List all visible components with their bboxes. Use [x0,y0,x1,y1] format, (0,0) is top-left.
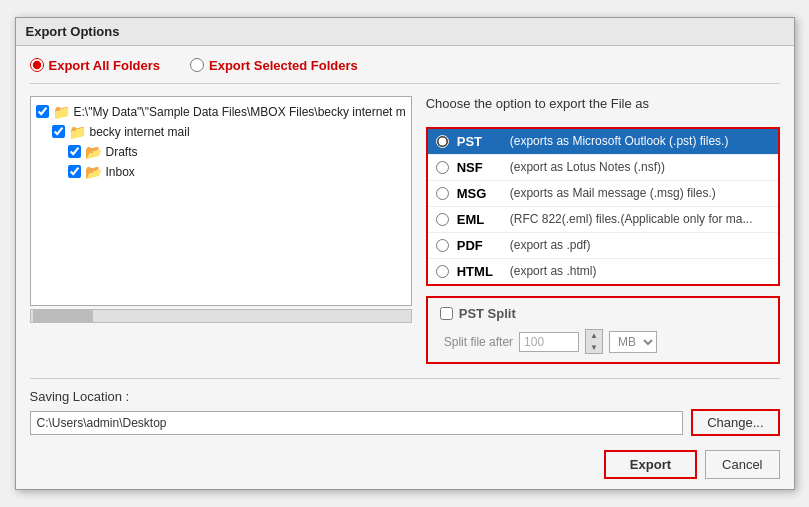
tree-root-checkbox[interactable] [36,105,49,118]
export-selected-radio[interactable] [190,58,204,72]
format-msg[interactable]: MSG (exports as Mail message (.msg) file… [428,181,778,207]
export-all-option[interactable]: Export All Folders [30,58,160,73]
export-mode-row: Export All Folders Export Selected Folde… [30,58,780,84]
pst-split-row: Split file after ▲ ▼ MB GB [440,329,766,354]
saving-row: Change... [30,409,780,436]
saving-location-label: Saving Location : [30,389,780,404]
format-pst-name: PST [457,134,502,149]
export-selected-label: Export Selected Folders [209,58,358,73]
format-list: PST (exports as Microsoft Outlook (.pst)… [426,127,780,286]
format-pst-radio[interactable] [436,135,449,148]
tree-child-1-label: becky internet mail [90,125,190,139]
format-pst-desc: (exports as Microsoft Outlook (.pst) fil… [510,134,729,148]
export-selected-option[interactable]: Export Selected Folders [190,58,358,73]
tree-child-1[interactable]: 📁 becky internet mail [52,122,406,142]
change-button[interactable]: Change... [691,409,779,436]
tree-child-1-1[interactable]: 📂 Drafts [68,142,406,162]
pst-split-box: PST Split Split file after ▲ ▼ MB GB [426,296,780,364]
split-value-input[interactable] [519,332,579,352]
format-nsf-desc: (export as Lotus Notes (.nsf)) [510,160,665,174]
right-panel: Choose the option to export the File as … [426,96,780,364]
format-pdf-name: PDF [457,238,502,253]
folder-drafts-icon: 📂 [85,144,102,160]
main-content: 📁 E:\"My Data"\"Sample Data Files\MBOX F… [30,96,780,364]
format-pdf-radio[interactable] [436,239,449,252]
format-eml-desc: (RFC 822(.eml) files.(Applicable only fo… [510,212,753,226]
folder-icon: 📁 [53,104,70,120]
export-options-dialog: Export Options Export All Folders Export… [15,17,795,490]
spin-up-button[interactable]: ▲ [586,330,602,342]
choose-format-label: Choose the option to export the File as [426,96,780,111]
format-html-desc: (export as .html) [510,264,597,278]
export-all-radio[interactable] [30,58,44,72]
tree-child-1-checkbox[interactable] [52,125,65,138]
format-msg-desc: (exports as Mail message (.msg) files.) [510,186,716,200]
format-msg-radio[interactable] [436,187,449,200]
format-pdf-desc: (export as .pdf) [510,238,591,252]
format-html[interactable]: HTML (export as .html) [428,259,778,284]
split-after-label: Split file after [444,335,513,349]
scroll-thumb [33,310,93,322]
format-html-radio[interactable] [436,265,449,278]
folder-child-icon: 📁 [69,124,86,140]
format-nsf-name: NSF [457,160,502,175]
tree-child-1-1-label: Drafts [106,145,138,159]
format-msg-name: MSG [457,186,502,201]
tree-root-item[interactable]: 📁 E:\"My Data"\"Sample Data Files\MBOX F… [36,102,406,122]
bottom-section: Saving Location : Change... Export Cance… [30,378,780,479]
saving-path-input[interactable] [30,411,684,435]
pst-split-header: PST Split [440,306,766,321]
format-pst[interactable]: PST (exports as Microsoft Outlook (.pst)… [428,129,778,155]
tree-child-1-2-checkbox[interactable] [68,165,81,178]
format-eml-radio[interactable] [436,213,449,226]
format-nsf[interactable]: NSF (export as Lotus Notes (.nsf)) [428,155,778,181]
format-html-name: HTML [457,264,502,279]
tree-child-1-1-checkbox[interactable] [68,145,81,158]
export-button[interactable]: Export [604,450,697,479]
split-spinners: ▲ ▼ [585,329,603,354]
export-all-label: Export All Folders [49,58,160,73]
folder-tree[interactable]: 📁 E:\"My Data"\"Sample Data Files\MBOX F… [30,96,412,306]
pst-split-checkbox[interactable] [440,307,453,320]
format-eml[interactable]: EML (RFC 822(.eml) files.(Applicable onl… [428,207,778,233]
cancel-button[interactable]: Cancel [705,450,779,479]
pst-split-label: PST Split [459,306,516,321]
format-pdf[interactable]: PDF (export as .pdf) [428,233,778,259]
dialog-title: Export Options [16,18,794,46]
tree-child-1-2-label: Inbox [106,165,135,179]
spin-down-button[interactable]: ▼ [586,342,602,354]
horizontal-scrollbar[interactable] [30,309,412,323]
tree-root-label: E:\"My Data"\"Sample Data Files\MBOX Fil… [74,105,406,119]
tree-child-1-2[interactable]: 📂 Inbox [68,162,406,182]
split-unit-select[interactable]: MB GB [609,331,657,353]
button-row: Export Cancel [30,450,780,479]
format-eml-name: EML [457,212,502,227]
format-nsf-radio[interactable] [436,161,449,174]
left-panel: 📁 E:\"My Data"\"Sample Data Files\MBOX F… [30,96,412,364]
folder-inbox-icon: 📂 [85,164,102,180]
